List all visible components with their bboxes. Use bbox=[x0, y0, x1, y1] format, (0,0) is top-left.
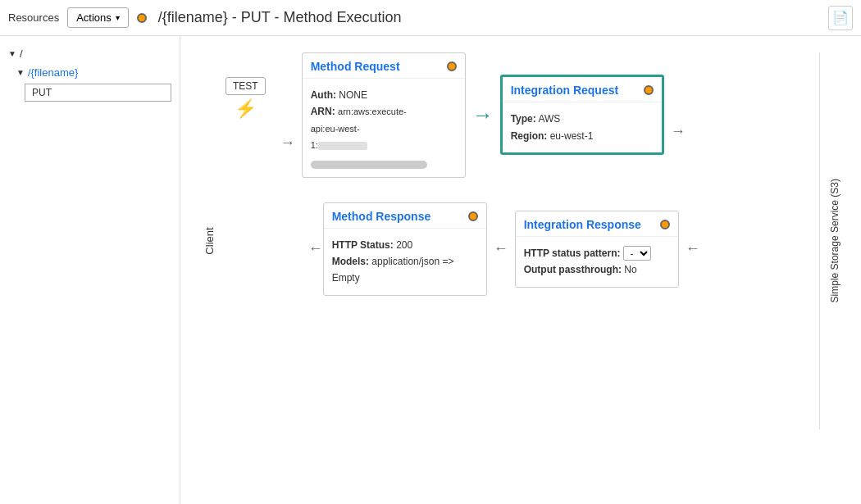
method-response-dot bbox=[468, 211, 478, 221]
http-status-label: HTTP Status: bbox=[332, 239, 394, 251]
integration-response-title[interactable]: Integration Response bbox=[524, 218, 641, 231]
type-value: AWS bbox=[538, 113, 560, 125]
http-pattern-select[interactable]: - bbox=[623, 246, 651, 261]
passthrough-label: Output passthrough: bbox=[524, 264, 622, 275]
method-response-title[interactable]: Method Response bbox=[332, 210, 431, 223]
method-request-dot bbox=[447, 61, 457, 71]
teal-arrow-icon: → bbox=[472, 102, 494, 128]
http-status-row: HTTP Status: 200 bbox=[332, 237, 478, 253]
teal-arrow-container: → bbox=[472, 102, 494, 128]
integration-request-title[interactable]: Integration Request bbox=[511, 84, 618, 97]
bottom-row: ← Method Response HTTP Status: 200 bbox=[302, 202, 811, 296]
caret-icon: ▾ bbox=[116, 13, 120, 22]
integration-response-panel: Integration Response HTTP status pattern… bbox=[515, 211, 679, 288]
method-response-header: Method Response bbox=[324, 203, 486, 229]
arn-label: ARN: bbox=[311, 106, 335, 117]
resources-label: Resources bbox=[8, 11, 59, 24]
execution-diagram: Client TEST ⚡ → Metho bbox=[193, 52, 849, 429]
http-pattern-row: HTTP status pattern: - bbox=[524, 245, 670, 261]
arrow-to-s3: → bbox=[671, 123, 686, 140]
sidebar-item-put[interactable]: PUT bbox=[25, 84, 171, 102]
documentation-icon[interactable]: 📄 bbox=[828, 6, 853, 30]
sidebar-item-root[interactable]: ▼ / bbox=[0, 44, 180, 63]
method-response-panel: Method Response HTTP Status: 200 Models:… bbox=[323, 202, 487, 296]
collapse-icon: ▼ bbox=[8, 49, 16, 58]
method-response-body: HTTP Status: 200 Models: application/jso… bbox=[324, 229, 486, 295]
integration-request-dot bbox=[644, 85, 654, 95]
arrow-to-method-request: → bbox=[280, 134, 295, 152]
http-pattern-label: HTTP status pattern: bbox=[524, 247, 621, 259]
method-request-body: Auth: NONE ARN: arn:aws:execute-api:eu-w… bbox=[303, 79, 465, 177]
sidebar: ▼ / ▼ /{filename} PUT bbox=[0, 36, 180, 504]
filename-expand-icon: ▼ bbox=[16, 68, 25, 77]
integration-response-dot bbox=[660, 220, 670, 229]
region-value: eu-west-1 bbox=[550, 130, 594, 142]
http-status-value: 200 bbox=[396, 239, 412, 251]
auth-row: Auth: NONE bbox=[311, 87, 457, 103]
main-layout: ▼ / ▼ /{filename} PUT Client TEST ⚡ bbox=[0, 36, 861, 504]
actions-label: Actions bbox=[76, 11, 112, 24]
integration-response-header: Integration Response bbox=[516, 211, 678, 237]
root-slash: / bbox=[20, 48, 23, 60]
content-area: Client TEST ⚡ → Metho bbox=[180, 36, 861, 504]
test-button[interactable]: TEST bbox=[226, 77, 266, 95]
arrow-between-responses: ← bbox=[494, 240, 508, 257]
scrollbar bbox=[311, 161, 427, 169]
top-row: Method Request Auth: NONE ARN: arn:aws:e… bbox=[302, 52, 811, 178]
method-request-header: Method Request bbox=[303, 53, 465, 79]
region-row: Region: eu-west-1 bbox=[511, 128, 654, 144]
client-column: Client bbox=[193, 52, 226, 429]
models-row: Models: application/json => Empty bbox=[332, 253, 478, 287]
method-request-title[interactable]: Method Request bbox=[311, 60, 400, 73]
auth-label: Auth: bbox=[311, 89, 336, 101]
passthrough-value: No bbox=[624, 264, 636, 275]
region-label: Region: bbox=[511, 130, 548, 142]
type-label: Type: bbox=[511, 113, 536, 125]
method-request-panel: Method Request Auth: NONE ARN: arn:aws:e… bbox=[302, 52, 466, 178]
s3-column: Simple Storage Service (S3) bbox=[819, 52, 849, 429]
actions-button[interactable]: Actions ▾ bbox=[67, 7, 129, 28]
arrow-from-s3: ← bbox=[686, 240, 700, 257]
arn-row: ARN: arn:aws:execute-api:eu-west-1: bbox=[311, 103, 457, 153]
test-section: TEST ⚡ bbox=[226, 77, 266, 120]
passthrough-row: Output passthrough: No bbox=[524, 261, 670, 278]
integration-response-body: HTTP status pattern: - Output passthroug… bbox=[516, 237, 678, 287]
s3-label: Simple Storage Service (S3) bbox=[829, 179, 840, 302]
integration-request-header: Integration Request bbox=[503, 77, 662, 102]
integration-request-panel: Integration Request Type: AWS Region: eu… bbox=[500, 75, 664, 155]
filename-label: /{filename} bbox=[28, 66, 78, 79]
arrow-from-method-response: ← bbox=[308, 240, 323, 257]
lightning-icon: ⚡ bbox=[235, 98, 257, 120]
type-row: Type: AWS bbox=[511, 111, 654, 127]
client-label: Client bbox=[203, 227, 216, 254]
diagram-rows: Method Request Auth: NONE ARN: arn:aws:e… bbox=[302, 52, 811, 296]
sidebar-item-filename[interactable]: ▼ /{filename} bbox=[0, 63, 180, 82]
integration-request-body: Type: AWS Region: eu-west-1 bbox=[503, 102, 662, 152]
models-label: Models: bbox=[332, 256, 369, 267]
status-dot bbox=[137, 13, 147, 23]
page-title: /{filename} - PUT - Method Execution bbox=[158, 9, 402, 26]
top-bar: Resources Actions ▾ /{filename} - PUT - … bbox=[0, 0, 861, 36]
auth-value: NONE bbox=[339, 89, 367, 101]
put-label: PUT bbox=[32, 87, 52, 98]
arn-masked bbox=[318, 142, 367, 150]
